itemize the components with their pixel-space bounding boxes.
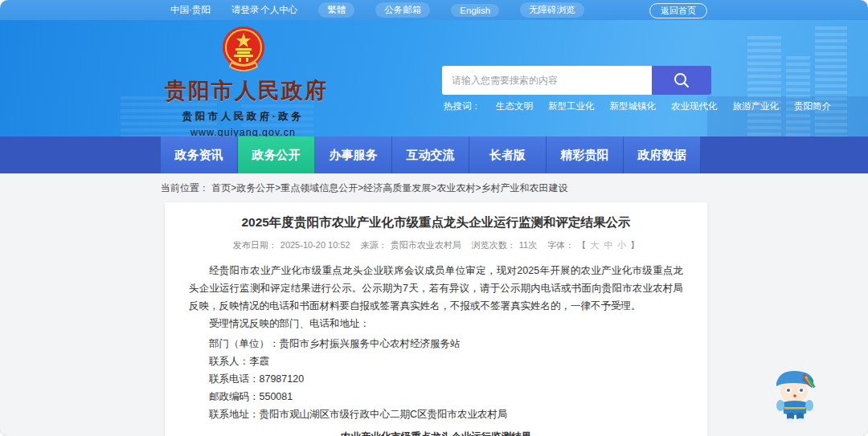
- publish-date-label: 发布日期：: [233, 240, 277, 250]
- hot-search-word[interactable]: 旅游产业化: [733, 100, 780, 112]
- views-value: 11次: [519, 240, 537, 250]
- hot-search-label: 热搜词：: [444, 100, 481, 112]
- article-card: 2025年度贵阳市农业产业化市级重点龙头企业运行监测和评定结果公示 发布日期：2…: [165, 202, 707, 436]
- hot-search-word[interactable]: 农业现代化: [671, 100, 718, 112]
- breadcrumb-path[interactable]: 首页>政务公开>重点领域信息公开>经济高质量发展>农业农村>乡村产业和农田建设: [211, 182, 567, 194]
- breadcrumb: 当前位置： 首页>政务公开>重点领域信息公开>经济高质量发展>农业农村>乡村产业…: [161, 181, 567, 195]
- hot-search-row: 热搜词： 生态文明新型工业化新型城镇化农业现代化旅游产业化贵阳简介: [444, 100, 831, 112]
- site-logo[interactable]: 贵阳市人民政府 贵阳市人民政府·政务 www.guiyang.gov.cn: [165, 25, 321, 137]
- search-bar: [442, 66, 711, 95]
- site-title: 贵阳市人民政府: [165, 76, 321, 105]
- nav-tab-互动交流[interactable]: 互动交流: [392, 137, 469, 173]
- breadcrumb-row: 当前位置： 首页>政务公开>重点领域信息公开>经济高质量发展>农业农村>乡村产业…: [0, 173, 868, 202]
- article-paragraph: 受理情况反映的部门、电话和地址：: [189, 315, 683, 332]
- article-paragraph: 经贵阳市农业产业化市级重点龙头企业联席会议成员单位审定，现对2025年开展的农业…: [189, 262, 683, 315]
- nav-tab-长者版[interactable]: 长者版: [469, 137, 547, 173]
- nav-tab-政务资讯[interactable]: 政务资讯: [161, 137, 238, 173]
- guiyang-gov-page: 中国·贵阳 请登录 个人中心 繁體 公务邮箱 English 无障碍浏览 返回首…: [0, 0, 868, 436]
- contact-line: 联系电话：87987120: [189, 373, 683, 385]
- results-table-title: 农业产业化市级重点龙头企业运行监测结果: [189, 430, 683, 436]
- font-size-label: 字体：: [547, 240, 574, 250]
- contact-line: 联系地址：贵阳市观山湖区市级行政中心二期C区贵阳市农业农村局: [189, 409, 683, 421]
- hot-search-word[interactable]: 贵阳简介: [794, 100, 831, 112]
- contact-line: 部门（单位）：贵阳市乡村振兴服务中心农村经济服务站: [189, 338, 683, 350]
- source-value: 贵阳市农业农村局: [391, 240, 461, 250]
- contact-line: 联系人：李霞: [189, 356, 683, 368]
- search-icon: [673, 71, 690, 89]
- hot-search-word[interactable]: 新型城镇化: [610, 100, 657, 112]
- publish-date: 2025-10-20 10:52: [280, 240, 350, 250]
- font-size-large-button[interactable]: 大: [590, 240, 599, 250]
- nav-tab-办事服务[interactable]: 办事服务: [315, 137, 392, 173]
- font-size-small-button[interactable]: 小: [617, 240, 626, 250]
- hot-search-word[interactable]: 生态文明: [496, 100, 533, 112]
- top-utility-bar: 中国·贵阳 请登录 个人中心 繁體 公务邮箱 English 无障碍浏览 返回首…: [0, 0, 868, 20]
- main-navigation: 政务资讯政务公开办事服务互动交流长者版精彩贵阳政府数据: [0, 137, 868, 173]
- english-link[interactable]: English: [451, 4, 499, 17]
- back-home-button[interactable]: 返回首页: [649, 3, 707, 18]
- nav-tab-政府数据[interactable]: 政府数据: [624, 137, 701, 173]
- mascot-widget[interactable]: [768, 364, 821, 423]
- gov-mail-link[interactable]: 公务邮箱: [375, 2, 430, 18]
- views-label: 浏览次数：: [472, 240, 516, 250]
- search-button[interactable]: [652, 66, 711, 95]
- site-url: www.guiyang.gov.cn: [165, 127, 321, 137]
- national-emblem-icon: [220, 25, 267, 75]
- article-body: 经贵阳市农业产业化市级重点龙头企业联席会议成员单位审定，现对2025年开展的农业…: [189, 262, 683, 421]
- login-link[interactable]: 请登录: [231, 4, 260, 16]
- mascot-icon: [768, 364, 821, 423]
- breadcrumb-label: 当前位置：: [161, 182, 209, 194]
- traditional-chinese-link[interactable]: 繁體: [318, 2, 354, 18]
- nav-tab-精彩贵阳[interactable]: 精彩贵阳: [547, 137, 624, 173]
- accessibility-link[interactable]: 无障碍浏览: [520, 2, 584, 18]
- contact-line: 邮政编码：550081: [189, 391, 683, 403]
- article-meta: 发布日期：2025-10-20 10:52 来源：贵阳市农业农村局 浏览次数：1…: [189, 239, 683, 251]
- nav-tab-政务公开[interactable]: 政务公开: [238, 137, 315, 173]
- site-banner: 贵阳市人民政府 贵阳市人民政府·政务 www.guiyang.gov.cn 热搜…: [0, 20, 868, 137]
- source-label: 来源：: [361, 240, 387, 250]
- hot-search-word[interactable]: 新型工业化: [548, 100, 595, 112]
- article-title: 2025年度贵阳市农业产业化市级重点龙头企业运行监测和评定结果公示: [189, 214, 683, 231]
- font-bracket: 】: [630, 240, 639, 250]
- font-size-medium-button[interactable]: 中: [604, 240, 612, 250]
- site-subtitle: 贵阳市人民政府·政务: [165, 110, 321, 124]
- region-link[interactable]: 中国·贵阳: [170, 4, 211, 16]
- user-center-link[interactable]: 个人中心: [260, 4, 297, 16]
- font-bracket: 【: [577, 240, 586, 250]
- search-input[interactable]: [442, 66, 652, 95]
